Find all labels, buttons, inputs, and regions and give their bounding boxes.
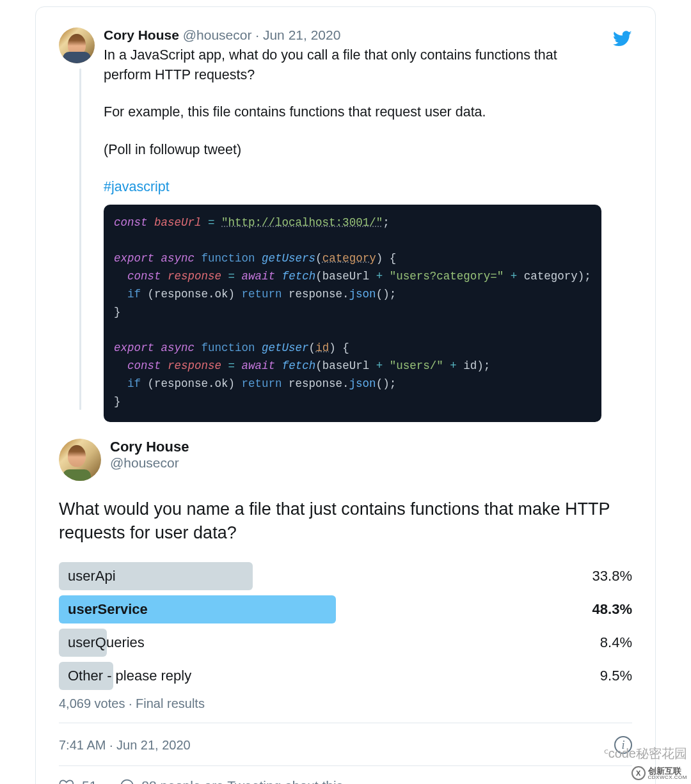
- poll-option-percent: 9.5%: [600, 668, 632, 684]
- like-count: 51: [82, 778, 97, 784]
- avatar[interactable]: [59, 439, 101, 481]
- watermark-badge: X 创新互联 CDXWCX.COM: [631, 766, 687, 780]
- reply-link[interactable]: 88 people are Tweeting about this: [118, 778, 343, 784]
- tweet-paragraph: In a JavaScript app, what do you call a …: [104, 45, 564, 84]
- poll-option-percent: 8.4%: [600, 634, 632, 651]
- tweet-timestamp[interactable]: 7:41 AM · Jun 21, 2020: [59, 738, 191, 753]
- tweet-footer: 51 88 people are Tweeting about this: [59, 766, 632, 784]
- divider: [59, 723, 632, 723]
- poll-option-label: userQueries: [59, 634, 145, 651]
- poll-option[interactable]: userService48.3%: [59, 595, 632, 623]
- timestamp-row: 7:41 AM · Jun 21, 2020 i: [59, 736, 632, 754]
- parent-tweet-text: In a JavaScript app, what do you call a …: [104, 45, 564, 197]
- poll: userApi33.8%userService48.3%userQueries8…: [59, 562, 632, 690]
- tweet-paragraph: For example, this file contains function…: [104, 102, 564, 122]
- tweet-date[interactable]: Jun 21, 2020: [263, 27, 340, 42]
- main-tweet-text: What would you name a file that just con…: [59, 498, 632, 546]
- author-name[interactable]: Cory House: [104, 27, 179, 42]
- parent-tweet-body: Cory House @housecor · Jun 21, 2020 In a…: [104, 27, 601, 422]
- parent-tweet-header: Cory House @housecor · Jun 21, 2020: [104, 27, 601, 43]
- poll-option[interactable]: Other - please reply9.5%: [59, 662, 632, 690]
- watermark-logo-icon: X: [631, 766, 646, 780]
- speech-bubble-icon: [118, 778, 135, 784]
- author-handle[interactable]: @housecor: [110, 455, 179, 470]
- dot-separator: ·: [255, 27, 263, 42]
- main-tweet-header: Cory House @housecor: [59, 439, 632, 481]
- info-icon[interactable]: i: [614, 736, 632, 754]
- author-handle[interactable]: @housecor: [183, 27, 252, 42]
- thread-line: [79, 68, 81, 410]
- twitter-logo-icon: [613, 29, 632, 48]
- parent-tweet: Cory House @housecor · Jun 21, 2020 In a…: [59, 27, 632, 422]
- poll-option[interactable]: userApi33.8%: [59, 562, 632, 590]
- author-name[interactable]: Cory House: [110, 439, 189, 455]
- poll-option-label: userService: [59, 601, 148, 618]
- tweet-paragraph: (Poll in followup tweet): [104, 140, 564, 160]
- avatar[interactable]: [59, 27, 95, 63]
- tweet-card: Cory House @housecor · Jun 21, 2020 In a…: [35, 6, 656, 784]
- reply-text: 88 people are Tweeting about this: [141, 778, 343, 784]
- poll-option-label: userApi: [59, 568, 116, 584]
- poll-option-percent: 33.8%: [592, 568, 632, 584]
- heart-icon: [59, 778, 75, 784]
- poll-option-label: Other - please reply: [59, 668, 191, 684]
- poll-option[interactable]: userQueries8.4%: [59, 629, 632, 657]
- like-button[interactable]: 51: [59, 778, 97, 784]
- poll-meta: 4,069 votes · Final results: [59, 696, 632, 711]
- poll-option-percent: 48.3%: [592, 601, 632, 618]
- code-image: const baseUrl = "http://localhost:3001/"…: [104, 205, 601, 422]
- hashtag-link[interactable]: #javascript: [104, 179, 170, 194]
